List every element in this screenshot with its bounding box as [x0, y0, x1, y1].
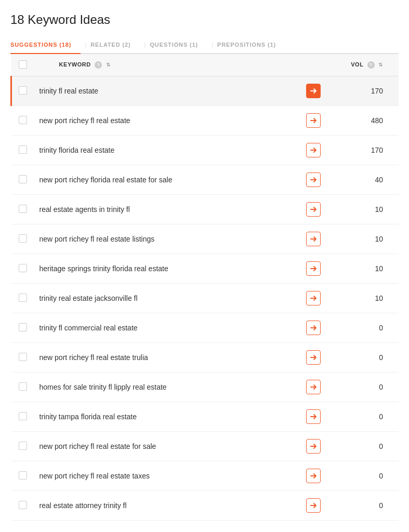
keyword-cell: new port richey fl real estate trulia: [34, 343, 295, 373]
vol-cell: 40: [326, 165, 399, 195]
row-checkbox-cell: [11, 343, 34, 373]
row-checkbox[interactable]: [19, 294, 27, 302]
table-row: trinity real estate jacksonville fl10: [11, 284, 399, 313]
vol-col-label: VOL: [351, 61, 363, 68]
arrow-button[interactable]: [306, 469, 321, 483]
table-body: trinity fl real estate170new port richey…: [11, 76, 399, 521]
row-checkbox-cell: [11, 195, 34, 224]
tab-related[interactable]: RELATED (2): [90, 36, 140, 54]
row-checkbox[interactable]: [19, 175, 27, 183]
vol-cell: 0: [326, 402, 399, 432]
keyword-cell: real estate attorney trinity fl: [34, 491, 295, 521]
table-row: homes for sale trinity fl lipply real es…: [11, 373, 399, 402]
row-checkbox-cell: [11, 254, 34, 284]
row-checkbox-cell: [11, 313, 34, 343]
table-row: real estate agents in trinity fl10: [11, 195, 399, 224]
arrow-button[interactable]: [306, 143, 321, 157]
row-checkbox[interactable]: [19, 323, 27, 331]
keyword-cell: trinity real estate jacksonville fl: [34, 284, 295, 313]
arrow-button[interactable]: [306, 232, 321, 246]
keyword-cell: trinity fl real estate: [34, 76, 295, 106]
tab-divider-3: |: [212, 36, 213, 53]
table-row: new port richey fl real estate trulia0: [11, 343, 399, 373]
vol-cell: 0: [326, 432, 399, 461]
arrow-cell: [295, 313, 326, 343]
row-checkbox-cell: [11, 432, 34, 461]
table-row: trinity florida real estate170: [11, 136, 399, 165]
page-title: 18 Keyword Ideas: [10, 12, 399, 27]
keyword-cell: homes for sale trinity fl lipply real es…: [34, 373, 295, 402]
row-checkbox[interactable]: [19, 501, 27, 509]
arrow-cell: [295, 165, 326, 195]
row-checkbox[interactable]: [19, 86, 27, 95]
keyword-cell: new port richey fl real estate taxes: [34, 461, 295, 491]
vol-sort-icon[interactable]: ⇅: [378, 62, 383, 68]
row-checkbox[interactable]: [19, 234, 27, 243]
row-checkbox[interactable]: [19, 412, 27, 420]
arrow-button[interactable]: [306, 498, 321, 513]
row-checkbox[interactable]: [19, 353, 27, 361]
arrow-button[interactable]: [306, 409, 321, 424]
row-checkbox-cell: [11, 76, 34, 106]
tab-divider-2: |: [144, 36, 146, 53]
table-row: new port richey fl real estate for sale0: [11, 432, 399, 461]
arrow-button[interactable]: [306, 202, 321, 217]
tab-prepositions[interactable]: PREPOSITIONS (1): [217, 36, 285, 54]
row-checkbox[interactable]: [19, 116, 27, 124]
table-row: trinity tampa florida real estate0: [11, 402, 399, 432]
arrow-cell: [295, 106, 326, 136]
row-checkbox-cell: [11, 165, 34, 195]
row-checkbox[interactable]: [19, 442, 27, 450]
vol-cell: 0: [326, 491, 399, 521]
row-checkbox[interactable]: [19, 264, 27, 272]
table-row: trinity fl commercial real estate0: [11, 313, 399, 343]
arrow-cell: [295, 224, 326, 254]
tab-divider-1: |: [85, 36, 86, 53]
row-checkbox[interactable]: [19, 471, 27, 480]
arrow-cell: [295, 136, 326, 165]
arrow-button[interactable]: [306, 291, 321, 305]
row-checkbox-cell: [11, 136, 34, 165]
header-arrow-col: [295, 54, 326, 76]
row-checkbox-cell: [11, 284, 34, 313]
tab-questions[interactable]: QUESTIONS (1): [150, 36, 207, 54]
arrow-button[interactable]: [306, 261, 321, 276]
tab-suggestions[interactable]: SUGGESTIONS (18): [10, 36, 81, 54]
header-checkbox[interactable]: [19, 60, 27, 69]
keyword-table: KEYWORD ? ⇅ VOL ? ⇅ trinity fl real esta…: [10, 54, 399, 521]
keyword-cell: trinity fl commercial real estate: [34, 313, 295, 343]
arrow-button[interactable]: [306, 439, 321, 454]
arrow-button[interactable]: [306, 113, 321, 128]
table-row: trinity fl real estate170: [11, 76, 399, 106]
keyword-help-icon[interactable]: ?: [95, 61, 102, 69]
arrow-cell: [295, 373, 326, 402]
vol-cell: 0: [326, 313, 399, 343]
table-row: new port richey florida real estate for …: [11, 165, 399, 195]
vol-cell: 10: [326, 284, 399, 313]
vol-cell: 0: [326, 373, 399, 402]
arrow-button[interactable]: [306, 321, 321, 335]
row-checkbox[interactable]: [19, 205, 27, 213]
keyword-sort-icon[interactable]: ⇅: [106, 62, 111, 68]
keyword-col-label: KEYWORD: [59, 61, 91, 68]
arrow-cell: [295, 195, 326, 224]
keyword-cell: trinity florida real estate: [34, 136, 295, 165]
arrow-cell: [295, 343, 326, 373]
row-checkbox[interactable]: [19, 382, 27, 391]
tabs-container: SUGGESTIONS (18) | RELATED (2) | QUESTIO…: [10, 36, 399, 54]
row-checkbox-cell: [11, 461, 34, 491]
arrow-button[interactable]: [306, 350, 321, 365]
arrow-button[interactable]: [306, 84, 321, 98]
arrow-cell: [295, 284, 326, 313]
vol-help-icon[interactable]: ?: [367, 61, 375, 69]
row-checkbox-cell: [11, 224, 34, 254]
keyword-cell: new port richey florida real estate for …: [34, 165, 295, 195]
arrow-button[interactable]: [306, 172, 321, 187]
row-checkbox[interactable]: [19, 145, 27, 154]
keyword-cell: new port richey fl real estate for sale: [34, 432, 295, 461]
header-keyword: KEYWORD ? ⇅: [34, 54, 295, 76]
arrow-button[interactable]: [306, 380, 321, 394]
table-row: real estate attorney trinity fl0: [11, 491, 399, 521]
vol-cell: 0: [326, 461, 399, 491]
row-checkbox-cell: [11, 491, 34, 521]
